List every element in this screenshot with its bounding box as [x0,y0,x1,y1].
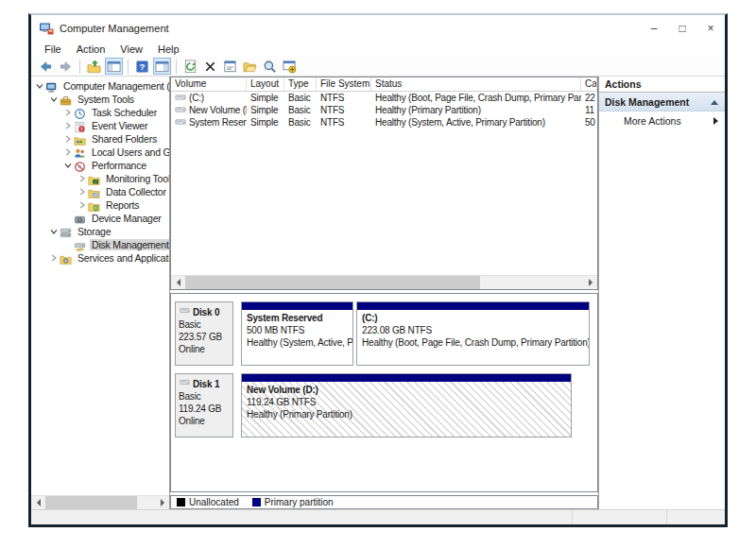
disk-management-icon [74,239,87,251]
tree-item-reports[interactable]: Reports [31,198,169,212]
menu-file[interactable]: File [37,43,69,55]
chevron-collapsed-icon[interactable] [61,122,74,129]
maximize-button[interactable]: □ [668,15,696,42]
partition-color-bar [357,302,589,310]
rescan-icon[interactable] [281,58,299,75]
tree-item-event-viewer[interactable]: Event Viewer [31,119,169,132]
delete-icon[interactable] [201,58,219,75]
chevron-expanded-icon[interactable] [47,228,60,235]
column-header-file-system[interactable]: File System [317,77,371,92]
more-actions-label: More Actions [624,115,681,127]
forward-icon[interactable] [57,58,75,75]
find-icon[interactable] [261,58,279,75]
tree-item-services-and-applications[interactable]: Services and Applications [31,251,169,265]
toolbar-separator [128,60,129,74]
help-icon[interactable]: ? [133,58,151,75]
column-header-ca[interactable]: Ca [581,77,597,92]
console-tree: Computer Management (LocalSystem ToolsTa… [31,77,169,495]
column-header-layout[interactable]: Layout [247,77,284,92]
chevron-expanded-icon[interactable] [33,82,45,90]
tree-item-data-collector-sets[interactable]: Data Collector Sets [31,185,169,198]
tree-item-device-manager[interactable]: Device Manager [31,212,169,225]
more-actions-item[interactable]: More Actions [599,112,725,130]
show-action-pane-icon[interactable] [153,58,171,75]
partition-size: 500 MB NTFS [247,324,348,336]
tree-item-label: Reports [104,199,141,211]
scrollbar-track[interactable] [45,496,155,509]
title-bar: Computer Management – □ × [31,15,725,42]
chevron-collapsed-icon[interactable] [61,109,74,116]
refresh-icon[interactable] [181,58,199,75]
minimize-button[interactable]: – [640,15,668,42]
disk-label-disk-0[interactable]: Disk 0Basic223.57 GBOnline [175,301,233,366]
chevron-expanded-icon[interactable] [61,162,74,169]
disk-state: Online [179,343,230,355]
menu-view[interactable]: View [112,43,150,55]
close-button[interactable]: × [696,15,725,42]
chevron-collapsed-icon[interactable] [76,188,88,196]
chevron-expanded-icon[interactable] [47,95,60,103]
tree-item-performance[interactable]: Performance [31,159,169,172]
scroll-right-arrow-icon[interactable] [155,496,169,509]
partition-info: System Reserved500 MB NTFSHealthy (Syste… [242,310,352,365]
tree-item-local-users-and-groups[interactable]: Local Users and Groups [31,146,169,159]
volume-row-system-reserved[interactable]: System ReservedSimpleBasicNTFSHealthy (S… [171,116,597,129]
scrollbar-thumb[interactable] [185,276,480,289]
scrollbar-track[interactable] [185,276,583,289]
menu-action[interactable]: Action [69,43,113,55]
scrollbar-thumb[interactable] [45,496,137,509]
volume-row-new-volume-d[interactable]: New Volume (D:)SimpleBasicNTFSHealthy (P… [171,104,597,116]
show-console-tree-icon[interactable] [105,58,123,75]
tree-horizontal-scrollbar[interactable] [31,495,169,509]
partition-color-bar [242,302,352,310]
back-icon[interactable] [37,58,55,75]
chevron-collapsed-icon[interactable] [76,201,88,209]
volume-name-cell: System Reserved [171,116,247,129]
tree-item-label: Device Manager [90,213,163,224]
scroll-left-arrow-icon[interactable] [31,496,45,509]
scroll-left-arrow-icon[interactable] [171,276,185,289]
chevron-collapsed-icon[interactable] [47,254,60,262]
disk-partitions-strip: System Reserved500 MB NTFSHealthy (Syste… [241,301,593,366]
svg-text:?: ? [139,61,145,72]
partition-title: New Volume (D:) [247,384,566,396]
disk-row-disk-1: Disk 1Basic119.24 GBOnlineNew Volume (D:… [175,373,593,437]
chevron-collapsed-icon[interactable] [76,175,88,182]
tree-item-monitoring-tools[interactable]: Monitoring Tools [31,172,169,185]
menu-help[interactable]: Help [150,43,187,55]
properties-icon[interactable] [221,58,239,75]
disk-label-disk-1[interactable]: Disk 1Basic119.24 GBOnline [175,373,233,437]
type-cell: Basic [284,116,317,129]
tree-item-disk-management[interactable]: Disk Management [31,238,169,251]
tree-item-shared-folders[interactable]: Shared Folders [31,132,169,146]
disk-icon [179,377,193,390]
partition-c[interactable]: (C:)223.08 GB NTFSHealthy (Boot, Page Fi… [356,301,590,366]
column-header-volume[interactable]: Volume [171,77,247,92]
collapse-arrow-icon[interactable] [711,96,718,105]
disk-icon [179,305,193,318]
partition-system-reserved[interactable]: System Reserved500 MB NTFSHealthy (Syste… [241,301,353,366]
scroll-right-arrow-icon[interactable] [583,276,597,289]
tree-item-task-scheduler[interactable]: Task Scheduler [31,106,169,119]
partition-status: Healthy (System, Active, Prir [247,336,348,349]
status-cell: Healthy (Primary Partition) [371,104,581,116]
task-scheduler-icon [74,107,87,119]
volume-row-c[interactable]: (C:)SimpleBasicNTFSHealthy (Boot, Page F… [171,92,597,104]
tree-item-storage[interactable]: Storage [31,225,169,238]
partition-new-volume-d[interactable]: New Volume (D:)119.24 GB NTFSHealthy (Pr… [241,373,572,437]
partition-color-bar [242,374,571,382]
chevron-collapsed-icon[interactable] [61,148,74,156]
volume-list-horizontal-scrollbar[interactable] [171,275,597,289]
folder-report-icon [88,199,101,212]
open-icon[interactable] [241,58,259,75]
actions-group-disk-management[interactable]: Disk Management [599,93,725,112]
column-header-type[interactable]: Type [284,77,317,92]
column-header-status[interactable]: Status [371,77,581,92]
up-level-icon[interactable] [85,58,103,75]
partition-title: System Reserved [247,312,348,324]
tree-item-computer-management-local[interactable]: Computer Management (Local [31,79,169,93]
tree-item-system-tools[interactable]: System Tools [31,93,169,106]
disk-management-panel: VolumeLayoutTypeFile SystemStatusCa (C:)… [170,77,598,509]
chevron-collapsed-icon[interactable] [61,135,74,143]
partition-size: 223.08 GB NTFS [362,324,584,336]
